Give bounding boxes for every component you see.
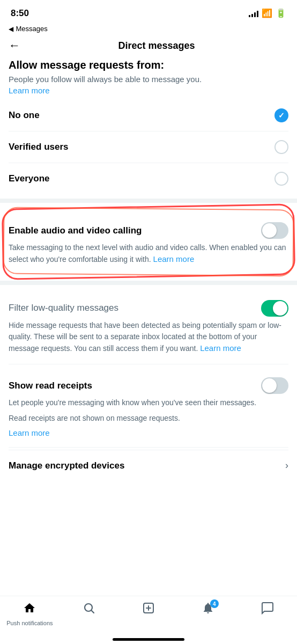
tab-bar: Push notifications 4 [0,596,297,644]
back-nav-label: Messages [16,25,47,33]
notification-icon: 4 [202,602,214,618]
back-button[interactable]: ← [9,39,20,53]
tab-search[interactable] [60,602,119,620]
thin-divider-2 [9,447,288,448]
read-receipts-label: Show read receipts [9,380,255,391]
signal-icon [249,10,258,17]
allow-section-title: Allow message requests from: [9,59,288,71]
audio-video-description: Take messaging to the next level with au… [9,242,288,266]
option-everyone-label: Everyone [9,173,50,184]
encrypted-devices-chevron: › [285,460,288,471]
status-icons: 📶 🔋 [249,8,286,18]
page-header: ← Direct messages [0,34,297,59]
filter-section: Filter low-quality messages Hide message… [9,289,288,362]
option-everyone-radio[interactable] [274,172,288,186]
tab-home[interactable]: Push notifications [0,602,60,626]
tab-compose[interactable] [119,602,179,620]
search-icon [83,602,95,618]
status-time: 8:50 [11,8,29,19]
option-verified[interactable]: Verified users [9,131,288,163]
encrypted-devices-item[interactable]: Manage encrypted devices › [9,450,288,481]
filter-toggle[interactable] [261,300,288,317]
option-verified-label: Verified users [9,142,69,152]
read-receipts-description: Let people you're messaging with know wh… [9,397,288,408]
notification-badge: 4 [210,599,219,608]
battery-icon: 🔋 [276,8,286,18]
thin-divider-1 [9,364,288,364]
filter-description: Hide message requests that have been det… [9,320,288,355]
audio-video-learn-more[interactable]: Learn more [153,254,195,264]
read-receipts-toggle[interactable] [261,377,288,394]
back-nav[interactable]: ◀ Messages [0,24,297,34]
audio-video-toggle-row: Enable audio and video calling [9,215,288,242]
allow-section-subtitle: People you follow will always be able to… [9,75,288,84]
option-no-one[interactable]: No one [9,100,288,131]
audio-video-toggle[interactable] [261,222,288,239]
main-content: Allow message requests from: People you … [0,59,297,481]
filter-label: Filter low-quality messages [9,303,255,313]
allow-section: Allow message requests from: People you … [9,59,288,194]
home-indicator [113,638,184,641]
tab-messages[interactable] [237,602,297,620]
read-receipts-learn-more[interactable]: Learn more [9,428,288,437]
allow-learn-more[interactable]: Learn more [9,86,50,95]
read-receipts-section: Show read receipts Let people you're mes… [9,367,288,445]
option-no-one-radio[interactable] [274,108,288,122]
radio-options: No one Verified users Everyone [9,100,288,194]
read-receipts-toggle-row: Show read receipts [9,370,288,397]
audio-video-label: Enable audio and video calling [9,225,255,236]
audio-video-section: Enable audio and video calling Take mess… [6,207,291,276]
page-title: Direct messages [25,40,288,52]
compose-icon [142,602,155,618]
back-nav-arrow: ◀ [9,25,13,33]
tab-notifications[interactable]: 4 [178,602,237,620]
option-verified-radio[interactable] [274,140,288,154]
encrypted-devices-label: Manage encrypted devices [9,460,124,471]
audio-video-knob [262,223,277,238]
status-bar: 8:50 📶 🔋 [0,0,297,24]
svg-line-1 [92,611,94,613]
section-divider-1 [0,199,297,203]
option-no-one-label: No one [9,110,40,121]
read-receipts-note: Read receipts are not shown on message r… [9,413,288,424]
wifi-icon: 📶 [262,8,272,18]
filter-knob [273,301,287,316]
section-divider-2 [0,281,297,285]
filter-learn-more[interactable]: Learn more [200,343,241,353]
home-tab-label: Push notifications [6,620,53,626]
home-icon [23,602,36,618]
option-everyone[interactable]: Everyone [9,163,288,194]
messages-icon [261,602,274,618]
filter-toggle-row: Filter low-quality messages [9,292,288,320]
read-receipts-knob [262,378,277,393]
